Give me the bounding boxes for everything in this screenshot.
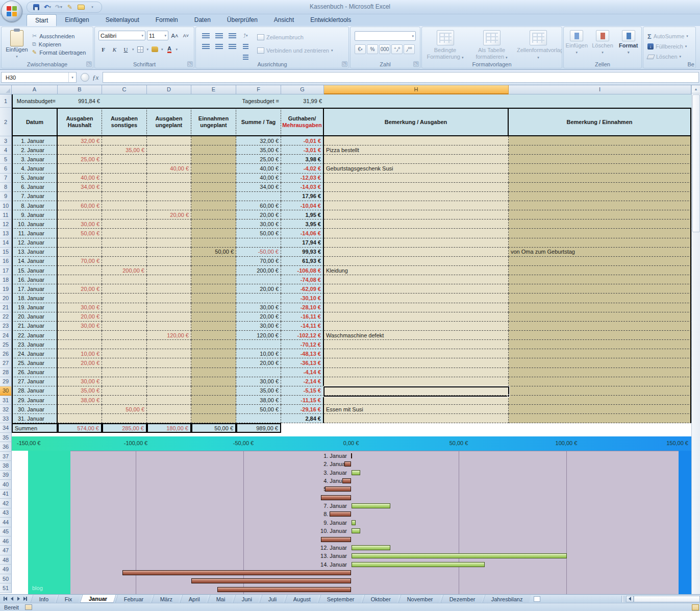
cell-I3[interactable]	[509, 136, 691, 145]
chart-bar-13-Januar[interactable]	[352, 553, 567, 558]
office-button[interactable]	[1, 1, 22, 22]
cell-B33[interactable]	[58, 414, 102, 423]
cell-B4[interactable]	[58, 145, 102, 155]
cell-A20[interactable]: 18. Januar	[12, 294, 58, 303]
cell-E34[interactable]: 50,00 €	[191, 423, 236, 433]
row-header-24[interactable]: 24	[0, 331, 12, 340]
insert-worksheet-tab[interactable]	[530, 595, 543, 603]
chart-bar-1-Januar[interactable]	[351, 453, 352, 458]
cell-E27[interactable]	[191, 358, 236, 368]
cell-E22[interactable]	[191, 312, 236, 322]
row-header-40[interactable]: 40	[0, 480, 12, 489]
cell-H33[interactable]	[324, 414, 509, 423]
cell-B18[interactable]	[58, 275, 102, 284]
sheet-tab-juni[interactable]: Juni	[233, 595, 260, 603]
cell-F9[interactable]	[236, 192, 281, 201]
cell-I1[interactable]	[509, 94, 691, 108]
chart-bar-14-Januar[interactable]	[352, 562, 485, 567]
cell-A33[interactable]: 31. Januar	[12, 414, 58, 423]
cell-E5[interactable]	[191, 155, 236, 164]
cell-B34[interactable]: 574,00 €	[58, 423, 102, 433]
chart-bar-9-Januar[interactable]	[352, 520, 356, 525]
cell-A21[interactable]: 19. Januar	[12, 303, 58, 312]
horizontal-scrollbar[interactable]	[621, 595, 700, 603]
cell-E33[interactable]	[191, 414, 236, 423]
font-name-combo[interactable]: Calibri▾	[98, 31, 145, 40]
align-top-button[interactable]	[200, 31, 211, 40]
cell-H24[interactable]: Waschmaschine defekt	[324, 331, 509, 340]
row-header-25[interactable]: 25	[0, 340, 12, 349]
insert-function-icon[interactable]: ƒx	[92, 74, 98, 82]
cell-E4[interactable]	[191, 145, 236, 155]
ribbon-tab-ansicht[interactable]: Ansicht	[266, 14, 302, 26]
cell-A1[interactable]: Monatsbudget=	[12, 94, 58, 108]
cell-B23[interactable]: 30,00 €	[58, 322, 102, 331]
cell-E32[interactable]	[191, 405, 236, 414]
name-box[interactable]: H30 ▾	[1, 72, 77, 83]
cell-D9[interactable]	[147, 192, 191, 201]
cell-F20[interactable]	[236, 294, 281, 303]
cell-G11[interactable]: 1,95 €	[281, 210, 324, 219]
column-header-I[interactable]: I	[509, 85, 691, 94]
cell-G32[interactable]: -29,16 €	[281, 405, 324, 414]
row-header-28[interactable]: 28	[0, 368, 12, 377]
cell-F23[interactable]: 30,00 €	[236, 322, 281, 331]
cell-F14[interactable]	[236, 238, 281, 248]
align-left-button[interactable]	[200, 42, 211, 51]
cell-A6[interactable]: 4. Januar	[12, 164, 58, 173]
cell-G20[interactable]: -30,10 €	[281, 294, 324, 303]
cell-E29[interactable]	[191, 377, 236, 386]
row-header-20[interactable]: 20	[0, 294, 12, 303]
cell-C33[interactable]	[102, 414, 147, 423]
header-A[interactable]: Datum	[12, 108, 58, 136]
cell-E26[interactable]	[191, 349, 236, 358]
chart-bar-11-Januar[interactable]	[321, 537, 351, 542]
cell-F6[interactable]: 40,00 €	[236, 164, 281, 173]
cell-E1[interactable]	[191, 94, 236, 108]
cell-G33[interactable]: 2,84 €	[281, 414, 324, 423]
ribbon-tab-seitenlayout[interactable]: Seitenlayout	[97, 14, 147, 26]
cell-F25[interactable]	[236, 340, 281, 349]
cell-E12[interactable]	[191, 219, 236, 229]
number-dialog-launcher[interactable]: ◳	[413, 61, 419, 67]
cell-C5[interactable]	[102, 155, 147, 164]
cell-I15[interactable]: von Oma zum Geburtstag	[509, 248, 691, 257]
cell-B7[interactable]: 40,00 €	[58, 174, 102, 183]
cell-G9[interactable]: 17,96 €	[281, 192, 324, 201]
cell-H28[interactable]	[324, 368, 509, 377]
cell-H23[interactable]	[324, 322, 509, 331]
chart-bar-7-Januar[interactable]	[352, 503, 390, 508]
cell-I24[interactable]	[509, 331, 691, 340]
decrease-decimal-button[interactable]: ٫⁰⁰	[404, 44, 415, 54]
cell-C32[interactable]: 50,00 €	[102, 405, 147, 414]
chart-bar-8-Januar[interactable]	[330, 511, 351, 517]
row-header-19[interactable]: 19	[0, 284, 12, 294]
cell-C13[interactable]	[102, 229, 147, 238]
row-header-9[interactable]: 9	[0, 192, 12, 201]
cell-G26[interactable]: -48,13 €	[281, 349, 324, 358]
cell-F24[interactable]: 120,00 €	[236, 331, 281, 340]
row-header-34[interactable]: 34	[0, 423, 12, 433]
cell-B8[interactable]: 34,00 €	[58, 183, 102, 192]
cell-I26[interactable]	[509, 349, 691, 358]
cell-H13[interactable]	[324, 229, 509, 238]
cell-C16[interactable]	[102, 257, 147, 266]
cell-I18[interactable]	[509, 275, 691, 284]
row-header-16[interactable]: 16	[0, 257, 12, 266]
cell-H11[interactable]	[324, 210, 509, 219]
cell-A27[interactable]: 25. Januar	[12, 358, 58, 368]
row-header-1[interactable]: 1	[0, 94, 12, 108]
cell-B22[interactable]: 20,00 €	[58, 312, 102, 322]
sheet-tab-fix[interactable]: Fix	[56, 595, 81, 603]
cell-F8[interactable]: 34,00 €	[236, 183, 281, 192]
cell-E16[interactable]	[191, 257, 236, 266]
cell-H27[interactable]	[324, 358, 509, 368]
cell-F3[interactable]: 32,00 €	[236, 136, 281, 145]
row-header-3[interactable]: 3	[0, 136, 12, 145]
chart-bar-12-Januar[interactable]	[352, 545, 390, 550]
cell-D17[interactable]	[147, 266, 191, 275]
orientation-button[interactable]: ⤴▾	[240, 31, 251, 40]
cell-H26[interactable]	[324, 349, 509, 358]
percent-style-button[interactable]: %	[367, 44, 378, 54]
row-header-15[interactable]: 15	[0, 248, 12, 257]
